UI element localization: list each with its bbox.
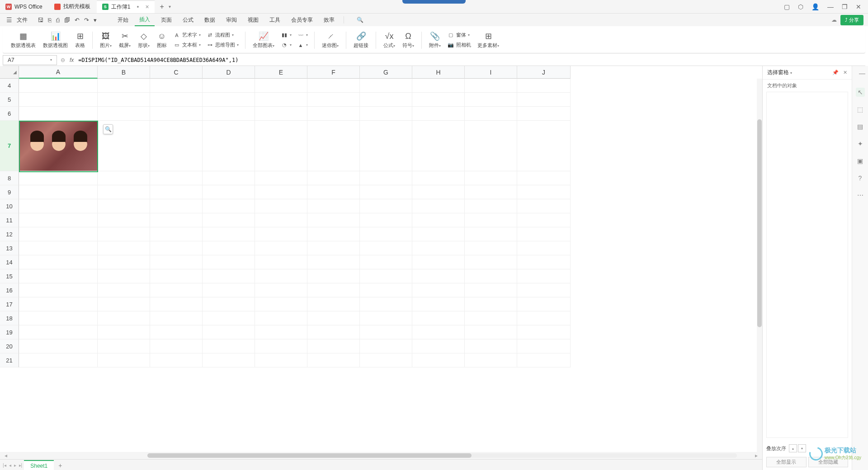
cell[interactable]	[255, 283, 307, 297]
cell[interactable]	[412, 283, 465, 297]
cell[interactable]	[307, 199, 360, 213]
row-header[interactable]: 21	[0, 353, 19, 367]
scroll-left-icon[interactable]: ◂	[0, 452, 12, 459]
cell[interactable]	[150, 255, 203, 269]
minimize-icon[interactable]: —	[827, 3, 834, 10]
cell[interactable]	[412, 241, 465, 255]
cell[interactable]	[465, 79, 517, 93]
cell[interactable]	[465, 227, 517, 241]
cell[interactable]	[465, 339, 517, 353]
cell[interactable]	[412, 121, 465, 171]
cell[interactable]	[255, 297, 307, 311]
row-header[interactable]: 15	[0, 269, 19, 283]
cell[interactable]	[19, 79, 98, 93]
cell[interactable]	[150, 121, 203, 171]
name-box[interactable]: A7 ▾	[3, 55, 57, 65]
cell[interactable]	[203, 213, 255, 227]
cell[interactable]	[465, 311, 517, 325]
print-preview-icon[interactable]: 🗐	[64, 17, 70, 24]
tab-workbook[interactable]: S 工作簿1 • ×	[97, 0, 155, 13]
more-assets-button[interactable]: ⊞更多素材▾	[475, 30, 502, 50]
icon-button[interactable]: ☺图标	[154, 30, 170, 50]
cell[interactable]	[307, 353, 360, 367]
cancel-formula-icon[interactable]: ⊖	[61, 57, 65, 63]
camera-button[interactable]: 📷照相机	[445, 41, 473, 49]
tab-template[interactable]: 找稻壳模板	[49, 0, 96, 13]
qat-dropdown[interactable]: ▾	[94, 17, 97, 24]
row-header[interactable]: 8	[0, 171, 19, 185]
screenshot-button[interactable]: ✂截屏▾	[116, 30, 133, 50]
cell[interactable]	[307, 241, 360, 255]
cell[interactable]	[412, 311, 465, 325]
cell[interactable]	[307, 79, 360, 93]
scrollbar-thumb[interactable]	[147, 453, 472, 458]
pin-icon[interactable]: 📌	[832, 70, 839, 75]
menu-data[interactable]: 数据	[200, 14, 220, 26]
cell[interactable]	[307, 283, 360, 297]
undo-icon[interactable]: ↶	[75, 17, 80, 24]
cell[interactable]	[19, 107, 98, 121]
cell[interactable]	[517, 171, 571, 185]
cell[interactable]	[255, 227, 307, 241]
cell[interactable]	[412, 297, 465, 311]
row-header[interactable]: 13	[0, 241, 19, 255]
row-header[interactable]: 19	[0, 325, 19, 339]
menu-formula[interactable]: 公式	[178, 14, 198, 26]
cell[interactable]	[412, 185, 465, 199]
column-header[interactable]: B	[98, 66, 150, 79]
cell[interactable]	[19, 255, 98, 269]
column-header[interactable]: D	[203, 66, 255, 79]
cell[interactable]	[517, 255, 571, 269]
export-icon[interactable]: ⎘	[48, 17, 52, 24]
column-header[interactable]: C	[150, 66, 203, 79]
cell[interactable]	[255, 311, 307, 325]
more-tools-icon[interactable]: ⋯	[856, 191, 865, 200]
cell[interactable]	[19, 171, 98, 185]
cell[interactable]	[255, 269, 307, 283]
cell[interactable]	[465, 93, 517, 107]
cell[interactable]	[255, 339, 307, 353]
chevron-down-icon[interactable]: ▾	[50, 58, 52, 62]
cell[interactable]	[307, 121, 360, 171]
cell[interactable]	[203, 311, 255, 325]
next-sheet-icon[interactable]: ▸	[14, 463, 16, 468]
cell[interactable]	[19, 185, 98, 199]
cell[interactable]	[517, 297, 571, 311]
cell[interactable]	[255, 107, 307, 121]
cell[interactable]	[98, 79, 150, 93]
cell[interactable]	[98, 241, 150, 255]
table-button[interactable]: ⊞表格	[72, 30, 88, 50]
cell[interactable]	[150, 213, 203, 227]
tab-wps-office[interactable]: W WPS Office	[0, 0, 48, 13]
cell[interactable]	[150, 185, 203, 199]
cell[interactable]	[465, 255, 517, 269]
move-up-button[interactable]: ▴	[789, 444, 797, 452]
cell[interactable]	[517, 227, 571, 241]
cell[interactable]	[19, 227, 98, 241]
cell[interactable]	[412, 255, 465, 269]
cell[interactable]	[150, 297, 203, 311]
embedded-image[interactable]	[20, 122, 97, 171]
cell[interactable]	[19, 269, 98, 283]
cell[interactable]	[203, 325, 255, 339]
menu-review[interactable]: 审阅	[222, 14, 241, 26]
cell[interactable]	[412, 339, 465, 353]
formula-button[interactable]: √x公式▾	[381, 30, 398, 50]
layout-icon[interactable]: ▢	[784, 3, 790, 10]
cell[interactable]	[412, 93, 465, 107]
cell[interactable]	[360, 199, 412, 213]
row-header[interactable]: 12	[0, 227, 19, 241]
pie-chart-button[interactable]: ◔▾	[279, 41, 293, 49]
cell[interactable]	[360, 93, 412, 107]
cell[interactable]	[203, 269, 255, 283]
cell[interactable]	[150, 227, 203, 241]
cell-grid[interactable]: 🔍	[19, 79, 757, 452]
row-header[interactable]: 6	[0, 107, 19, 121]
menu-insert[interactable]: 插入	[135, 14, 155, 26]
cell[interactable]	[465, 213, 517, 227]
cell[interactable]	[98, 171, 150, 185]
cell[interactable]	[150, 241, 203, 255]
cell[interactable]	[19, 241, 98, 255]
prev-sheet-icon[interactable]: ◂	[9, 463, 11, 468]
cell[interactable]	[465, 185, 517, 199]
